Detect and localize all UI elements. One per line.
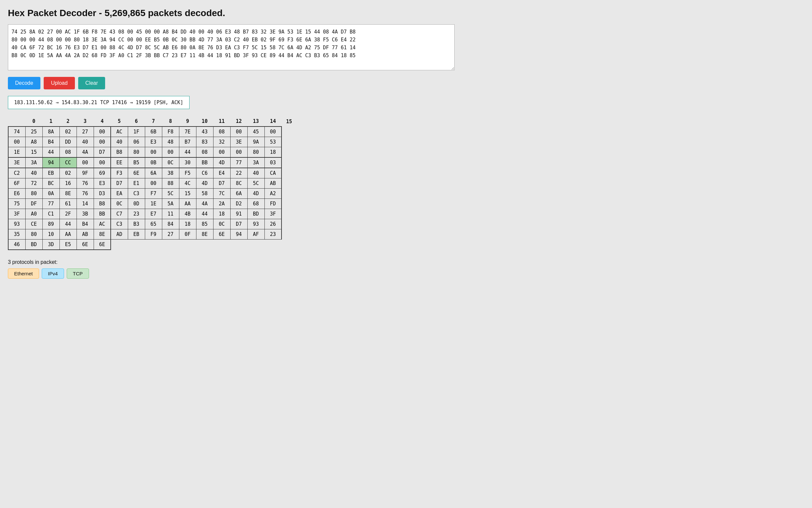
table-row: 6F72BC1676E3D7E100884C4DD78C5CAB xyxy=(8,178,297,188)
cell-6-14: 4D xyxy=(247,188,264,199)
cell-7-4: 14 xyxy=(77,199,94,209)
cell-1-9: 48 xyxy=(162,137,179,147)
cell-6-4: 76 xyxy=(77,188,94,199)
cell-0-0: 74 xyxy=(8,127,25,137)
cell-5-11: 4D xyxy=(196,178,213,188)
cell-1-0: 00 xyxy=(8,137,25,147)
cell-3-11: BB xyxy=(196,157,213,168)
cell-9-6: C3 xyxy=(111,219,128,229)
cell-4-5: 69 xyxy=(94,168,111,178)
cell-6-0: E6 xyxy=(8,188,25,199)
cell-3-14: 3A xyxy=(247,157,264,168)
cell-11-14 xyxy=(247,240,264,250)
cell-4-8: 6A xyxy=(145,168,162,178)
cell-1-6: 40 xyxy=(111,137,128,147)
upload-button[interactable]: Upload xyxy=(44,77,75,89)
table-row: 1E1544084AD7B8800000440800008018 xyxy=(8,147,297,158)
col-header-15: 15 xyxy=(281,116,297,127)
cell-11-12 xyxy=(213,240,230,250)
cell-2-12: 00 xyxy=(213,147,230,158)
cell-5-8: 00 xyxy=(145,178,162,188)
col-header-1: 1 xyxy=(42,116,59,127)
cell-8-13: 91 xyxy=(230,209,247,219)
cell-3-7: B5 xyxy=(128,157,145,168)
cell-10-3: AA xyxy=(59,229,77,240)
page-title: Hex Packet Decoder - 5,269,865 packets d… xyxy=(8,8,804,18)
cell-0-2: 8A xyxy=(42,127,59,137)
cell-1-5: 00 xyxy=(94,137,111,147)
cell-4-13: 22 xyxy=(230,168,247,178)
cell-1-14: 9A xyxy=(247,137,264,147)
cell-6-12: 7C xyxy=(213,188,230,199)
table-row: 358010AAAB8EADEBF9270F8E6E94AF23 xyxy=(8,229,297,240)
cell-8-10: 4B xyxy=(179,209,196,219)
cell-10-12: 6E xyxy=(213,229,230,240)
cell-5-0: 6F xyxy=(8,178,25,188)
cell-11-6 xyxy=(111,240,128,250)
cell-11-3: E5 xyxy=(59,240,77,250)
table-row: 75DF776114B80C0D1E5AAA4A2AD268FD xyxy=(8,199,297,209)
cell-5-4: 76 xyxy=(77,178,94,188)
cell-3-12: 4D xyxy=(213,157,230,168)
decode-button[interactable]: Decode xyxy=(8,77,40,89)
cell-3-5: 00 xyxy=(94,157,111,168)
col-header-8: 8 xyxy=(162,116,179,127)
cell-9-1: CE xyxy=(25,219,42,229)
cell-7-13: D2 xyxy=(230,199,247,209)
col-header-9: 9 xyxy=(179,116,196,127)
cell-4-7: 6E xyxy=(128,168,145,178)
cell-10-7: EB xyxy=(128,229,145,240)
cell-10-5: 8E xyxy=(94,229,111,240)
clear-button[interactable]: Clear xyxy=(78,77,105,89)
hex-input[interactable]: 74 25 8A 02 27 00 AC 1F 6B F8 7E 43 08 0… xyxy=(8,24,455,70)
cell-11-5: 6E xyxy=(94,240,111,250)
cell-9-5: AC xyxy=(94,219,111,229)
cell-1-8: E3 xyxy=(145,137,162,147)
badge-ethernet: Ethernet xyxy=(8,268,39,279)
cell-0-4: 27 xyxy=(77,127,94,137)
cell-10-9: 27 xyxy=(162,229,179,240)
table-row: 74258A022700AC1F6BF87E4308004500 xyxy=(8,127,297,137)
col-header-0: 0 xyxy=(25,116,42,127)
cell-5-1: 72 xyxy=(25,178,42,188)
cell-8-9: 11 xyxy=(162,209,179,219)
cell-9-9: 84 xyxy=(162,219,179,229)
cell-9-0: 93 xyxy=(8,219,25,229)
cell-3-4: 00 xyxy=(77,157,94,168)
cell-2-13: 00 xyxy=(230,147,247,158)
cell-6-9: 5C xyxy=(162,188,179,199)
cell-10-1: 80 xyxy=(25,229,42,240)
cell-2-10: 44 xyxy=(179,147,196,158)
cell-11-13 xyxy=(230,240,247,250)
cell-5-2: BC xyxy=(42,178,59,188)
cell-4-3: 02 xyxy=(59,168,77,178)
cell-7-0: 75 xyxy=(8,199,25,209)
cell-2-8: 00 xyxy=(145,147,162,158)
cell-0-9: F8 xyxy=(162,127,179,137)
cell-3-6: EE xyxy=(111,157,128,168)
cell-10-13: 94 xyxy=(230,229,247,240)
cell-8-15: 3F xyxy=(264,209,281,219)
cell-0-14: 45 xyxy=(247,127,264,137)
cell-0-3: 02 xyxy=(59,127,77,137)
cell-5-14: 5C xyxy=(247,178,264,188)
cell-9-11: 85 xyxy=(196,219,213,229)
cell-11-0: 46 xyxy=(8,240,25,250)
table-row: 3FA0C12F3BBBC723E7114B441891BD3F xyxy=(8,209,297,219)
cell-5-12: D7 xyxy=(213,178,230,188)
cell-11-15 xyxy=(264,240,281,250)
cell-0-11: 43 xyxy=(196,127,213,137)
cell-2-4: 4A xyxy=(77,147,94,158)
col-header-12: 12 xyxy=(230,116,247,127)
cell-10-2: 10 xyxy=(42,229,59,240)
cell-10-8: F9 xyxy=(145,229,162,240)
col-header-11: 11 xyxy=(213,116,230,127)
packet-summary: 183.131.50.62 → 154.83.30.21 TCP 17416 →… xyxy=(8,96,189,109)
cell-6-2: 0A xyxy=(42,188,59,199)
cell-4-14: 40 xyxy=(247,168,264,178)
cell-10-0: 35 xyxy=(8,229,25,240)
col-header-6: 6 xyxy=(128,116,145,127)
table-row: 93CE8944B4ACC3B3658418850CD79326 xyxy=(8,219,297,229)
cell-8-11: 44 xyxy=(196,209,213,219)
cell-3-13: 77 xyxy=(230,157,247,168)
